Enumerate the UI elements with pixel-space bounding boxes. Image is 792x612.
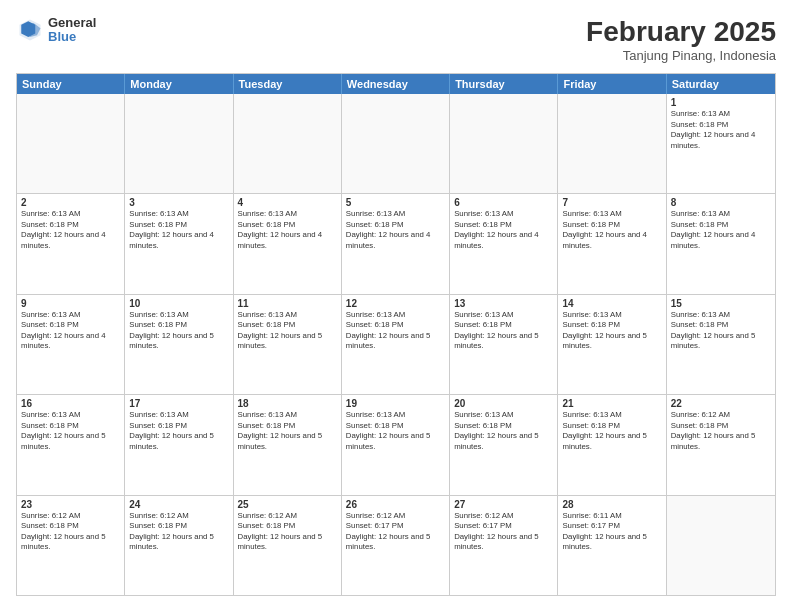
day-cell-23: 23Sunrise: 6:12 AMSunset: 6:18 PMDayligh… [17, 496, 125, 595]
day-cell-2: 2Sunrise: 6:13 AMSunset: 6:18 PMDaylight… [17, 194, 125, 293]
day-cell-7: 7Sunrise: 6:13 AMSunset: 6:18 PMDaylight… [558, 194, 666, 293]
day-cell-13: 13Sunrise: 6:13 AMSunset: 6:18 PMDayligh… [450, 295, 558, 394]
empty-cell [450, 94, 558, 193]
empty-cell [667, 496, 775, 595]
day-cell-15: 15Sunrise: 6:13 AMSunset: 6:18 PMDayligh… [667, 295, 775, 394]
day-number: 16 [21, 398, 120, 409]
day-info: Sunrise: 6:11 AMSunset: 6:17 PMDaylight:… [562, 511, 661, 553]
empty-cell [125, 94, 233, 193]
day-cell-10: 10Sunrise: 6:13 AMSunset: 6:18 PMDayligh… [125, 295, 233, 394]
day-cell-19: 19Sunrise: 6:13 AMSunset: 6:18 PMDayligh… [342, 395, 450, 494]
day-number: 7 [562, 197, 661, 208]
day-info: Sunrise: 6:12 AMSunset: 6:18 PMDaylight:… [238, 511, 337, 553]
day-cell-12: 12Sunrise: 6:13 AMSunset: 6:18 PMDayligh… [342, 295, 450, 394]
header-day-thursday: Thursday [450, 74, 558, 94]
day-cell-16: 16Sunrise: 6:13 AMSunset: 6:18 PMDayligh… [17, 395, 125, 494]
day-info: Sunrise: 6:13 AMSunset: 6:18 PMDaylight:… [671, 310, 771, 352]
day-info: Sunrise: 6:12 AMSunset: 6:18 PMDaylight:… [21, 511, 120, 553]
day-info: Sunrise: 6:13 AMSunset: 6:18 PMDaylight:… [454, 209, 553, 251]
day-cell-5: 5Sunrise: 6:13 AMSunset: 6:18 PMDaylight… [342, 194, 450, 293]
month-title: February 2025 [586, 16, 776, 48]
day-cell-11: 11Sunrise: 6:13 AMSunset: 6:18 PMDayligh… [234, 295, 342, 394]
page: General Blue February 2025 Tanjung Pinan… [0, 0, 792, 612]
day-info: Sunrise: 6:13 AMSunset: 6:18 PMDaylight:… [21, 209, 120, 251]
day-number: 19 [346, 398, 445, 409]
day-number: 9 [21, 298, 120, 309]
day-cell-22: 22Sunrise: 6:12 AMSunset: 6:18 PMDayligh… [667, 395, 775, 494]
day-info: Sunrise: 6:12 AMSunset: 6:17 PMDaylight:… [346, 511, 445, 553]
day-cell-24: 24Sunrise: 6:12 AMSunset: 6:18 PMDayligh… [125, 496, 233, 595]
day-cell-25: 25Sunrise: 6:12 AMSunset: 6:18 PMDayligh… [234, 496, 342, 595]
calendar-row-2: 9Sunrise: 6:13 AMSunset: 6:18 PMDaylight… [17, 294, 775, 394]
day-info: Sunrise: 6:13 AMSunset: 6:18 PMDaylight:… [671, 209, 771, 251]
logo-blue-text: Blue [48, 30, 96, 44]
day-info: Sunrise: 6:12 AMSunset: 6:18 PMDaylight:… [671, 410, 771, 452]
day-cell-28: 28Sunrise: 6:11 AMSunset: 6:17 PMDayligh… [558, 496, 666, 595]
day-info: Sunrise: 6:13 AMSunset: 6:18 PMDaylight:… [346, 410, 445, 452]
day-info: Sunrise: 6:13 AMSunset: 6:18 PMDaylight:… [346, 310, 445, 352]
title-block: February 2025 Tanjung Pinang, Indonesia [586, 16, 776, 63]
location: Tanjung Pinang, Indonesia [586, 48, 776, 63]
day-cell-9: 9Sunrise: 6:13 AMSunset: 6:18 PMDaylight… [17, 295, 125, 394]
header-day-sunday: Sunday [17, 74, 125, 94]
empty-cell [234, 94, 342, 193]
day-cell-14: 14Sunrise: 6:13 AMSunset: 6:18 PMDayligh… [558, 295, 666, 394]
day-number: 28 [562, 499, 661, 510]
calendar-row-4: 23Sunrise: 6:12 AMSunset: 6:18 PMDayligh… [17, 495, 775, 595]
day-number: 15 [671, 298, 771, 309]
empty-cell [558, 94, 666, 193]
day-info: Sunrise: 6:13 AMSunset: 6:18 PMDaylight:… [21, 310, 120, 352]
day-info: Sunrise: 6:13 AMSunset: 6:18 PMDaylight:… [238, 310, 337, 352]
day-info: Sunrise: 6:12 AMSunset: 6:17 PMDaylight:… [454, 511, 553, 553]
day-info: Sunrise: 6:13 AMSunset: 6:18 PMDaylight:… [238, 410, 337, 452]
day-number: 14 [562, 298, 661, 309]
day-number: 13 [454, 298, 553, 309]
day-cell-17: 17Sunrise: 6:13 AMSunset: 6:18 PMDayligh… [125, 395, 233, 494]
logo-general-text: General [48, 16, 96, 30]
day-info: Sunrise: 6:13 AMSunset: 6:18 PMDaylight:… [21, 410, 120, 452]
empty-cell [342, 94, 450, 193]
day-number: 3 [129, 197, 228, 208]
header: General Blue February 2025 Tanjung Pinan… [16, 16, 776, 63]
day-info: Sunrise: 6:12 AMSunset: 6:18 PMDaylight:… [129, 511, 228, 553]
header-day-saturday: Saturday [667, 74, 775, 94]
empty-cell [17, 94, 125, 193]
day-info: Sunrise: 6:13 AMSunset: 6:18 PMDaylight:… [129, 310, 228, 352]
day-cell-26: 26Sunrise: 6:12 AMSunset: 6:17 PMDayligh… [342, 496, 450, 595]
day-number: 6 [454, 197, 553, 208]
day-info: Sunrise: 6:13 AMSunset: 6:18 PMDaylight:… [562, 209, 661, 251]
day-number: 20 [454, 398, 553, 409]
day-number: 25 [238, 499, 337, 510]
day-info: Sunrise: 6:13 AMSunset: 6:18 PMDaylight:… [238, 209, 337, 251]
day-info: Sunrise: 6:13 AMSunset: 6:18 PMDaylight:… [562, 410, 661, 452]
day-number: 12 [346, 298, 445, 309]
day-info: Sunrise: 6:13 AMSunset: 6:18 PMDaylight:… [454, 310, 553, 352]
header-day-wednesday: Wednesday [342, 74, 450, 94]
day-number: 21 [562, 398, 661, 409]
calendar-row-1: 2Sunrise: 6:13 AMSunset: 6:18 PMDaylight… [17, 193, 775, 293]
day-info: Sunrise: 6:13 AMSunset: 6:18 PMDaylight:… [671, 109, 771, 151]
day-number: 4 [238, 197, 337, 208]
calendar-row-0: 1Sunrise: 6:13 AMSunset: 6:18 PMDaylight… [17, 94, 775, 193]
calendar-row-3: 16Sunrise: 6:13 AMSunset: 6:18 PMDayligh… [17, 394, 775, 494]
day-number: 23 [21, 499, 120, 510]
day-number: 1 [671, 97, 771, 108]
header-day-tuesday: Tuesday [234, 74, 342, 94]
day-cell-27: 27Sunrise: 6:12 AMSunset: 6:17 PMDayligh… [450, 496, 558, 595]
header-day-monday: Monday [125, 74, 233, 94]
day-info: Sunrise: 6:13 AMSunset: 6:18 PMDaylight:… [346, 209, 445, 251]
day-cell-21: 21Sunrise: 6:13 AMSunset: 6:18 PMDayligh… [558, 395, 666, 494]
day-number: 26 [346, 499, 445, 510]
day-info: Sunrise: 6:13 AMSunset: 6:18 PMDaylight:… [562, 310, 661, 352]
day-number: 5 [346, 197, 445, 208]
day-number: 27 [454, 499, 553, 510]
calendar: SundayMondayTuesdayWednesdayThursdayFrid… [16, 73, 776, 596]
day-number: 10 [129, 298, 228, 309]
logo-text: General Blue [48, 16, 96, 45]
day-cell-3: 3Sunrise: 6:13 AMSunset: 6:18 PMDaylight… [125, 194, 233, 293]
calendar-body: 1Sunrise: 6:13 AMSunset: 6:18 PMDaylight… [17, 94, 775, 595]
day-number: 22 [671, 398, 771, 409]
day-number: 17 [129, 398, 228, 409]
day-number: 24 [129, 499, 228, 510]
day-info: Sunrise: 6:13 AMSunset: 6:18 PMDaylight:… [129, 209, 228, 251]
